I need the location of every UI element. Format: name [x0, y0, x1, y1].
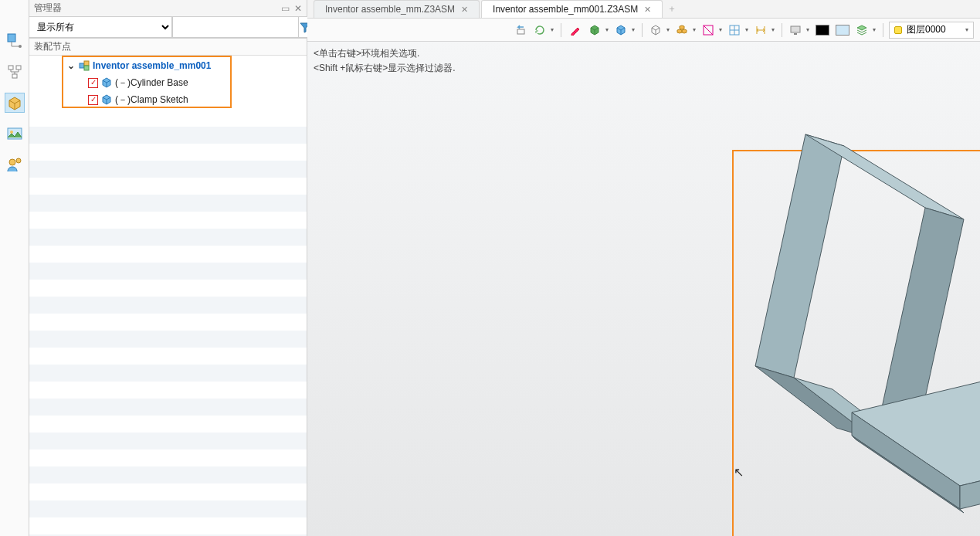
tab-label: Inventor assemble_mm.Z3ASM [325, 4, 455, 15]
svg-rect-9 [80, 63, 84, 68]
tab-inventor-assemble-mm[interactable]: Inventor assemble_mm.Z3ASM ✕ [314, 0, 480, 18]
svg-rect-16 [794, 33, 797, 35]
svg-point-1 [19, 45, 22, 48]
tree-root-label: Inventor assemble_mm001 [93, 60, 211, 71]
tab-add-button[interactable]: ＋ [664, 0, 680, 18]
svg-rect-15 [791, 26, 800, 32]
display-filter-select[interactable]: 显示所有 [29, 17, 172, 38]
section-view-icon[interactable] [700, 22, 724, 39]
part-icon [101, 94, 112, 105]
filter-row: 显示所有 [29, 17, 307, 39]
dimension-icon[interactable] [753, 22, 776, 39]
svg-marker-17 [755, 134, 844, 378]
tree-empty-area [29, 110, 307, 536]
panel-close-icon[interactable]: ✕ [294, 3, 302, 14]
svg-rect-3 [16, 66, 21, 70]
viewport-3d[interactable]: <单击右键>环境相关选项. <Shift +鼠标右键>显示选择过滤器. [307, 42, 980, 536]
viewport-hint: <单击右键>环境相关选项. <Shift +鼠标右键>显示选择过滤器. [314, 46, 456, 76]
tree-item-label: (－)Clamp Sketch [115, 93, 188, 107]
model-render: Z X [639, 119, 980, 536]
main-area: Inventor assemble_mm.Z3ASM ✕ Inventor as… [307, 0, 980, 536]
monitor-icon[interactable] [788, 22, 811, 39]
svg-point-8 [16, 158, 21, 163]
assembly-icon [79, 60, 90, 71]
section-header: 装配节点 [29, 39, 307, 56]
assembly-tree: ⌄ Inventor assemble_mm001 ✓ (－)Cylinder … [29, 56, 307, 110]
panel-min-icon[interactable]: ▭ [281, 3, 290, 14]
expand-icon[interactable]: ⌄ [66, 60, 76, 71]
tree-root[interactable]: ⌄ Inventor assemble_mm001 [29, 57, 307, 74]
undo-view-icon[interactable] [512, 22, 529, 39]
tree-item-label: (－)Cylinder Base [115, 76, 188, 90]
svg-rect-2 [8, 66, 13, 70]
separator [642, 23, 643, 37]
grid-icon[interactable] [727, 22, 750, 39]
separator [561, 23, 561, 37]
hierarchy-icon[interactable] [5, 62, 25, 82]
tree-item-clamp-sketch[interactable]: ✓ (－)Clamp Sketch [29, 91, 307, 108]
document-tabs: Inventor assemble_mm.Z3ASM ✕ Inventor as… [307, 0, 980, 19]
regen-icon[interactable] [532, 22, 555, 39]
tab-close-icon[interactable]: ✕ [461, 5, 468, 15]
svg-rect-11 [84, 66, 89, 70]
side-icon-bar [0, 0, 29, 536]
image-icon[interactable] [5, 124, 25, 144]
package-icon[interactable] [5, 93, 25, 113]
separator [782, 23, 782, 37]
assembly-tree-icon[interactable] [5, 31, 25, 51]
svg-point-7 [9, 159, 15, 165]
edit-icon[interactable] [567, 22, 584, 39]
shaded-cube-icon[interactable] [613, 22, 636, 39]
layers-icon[interactable] [854, 22, 877, 39]
users-icon[interactable] [5, 154, 25, 175]
honeycomb-icon[interactable] [674, 22, 697, 39]
svg-rect-0 [8, 34, 15, 42]
filter-input[interactable] [172, 17, 299, 38]
checkbox-icon[interactable]: ✓ [88, 95, 98, 105]
wireframe-cube-icon[interactable] [648, 22, 671, 39]
svg-rect-4 [12, 74, 17, 78]
layer-lightbulb-icon [894, 26, 902, 34]
tab-close-icon[interactable]: ✕ [644, 5, 651, 15]
tab-inventor-assemble-mm001[interactable]: Inventor assemble_mm001.Z3ASM ✕ [481, 0, 663, 18]
tree-item-cylinder-base[interactable]: ✓ (－)Cylinder Base [29, 74, 307, 91]
manager-panel: 管理器 ▭ ✕ 显示所有 装配节点 ⌄ Inventor assemble_mm… [29, 0, 307, 536]
tab-label: Inventor assemble_mm001.Z3ASM [493, 4, 638, 15]
layer-label: 图层0000 [907, 23, 946, 36]
panel-title: 管理器 [34, 2, 62, 15]
panel-header: 管理器 ▭ ✕ [29, 0, 307, 17]
svg-rect-12 [517, 29, 524, 34]
svg-rect-10 [84, 61, 89, 66]
color-black-swatch[interactable] [814, 22, 831, 39]
view-toolbar: 图层0000 [307, 19, 980, 42]
color-blue-swatch[interactable] [834, 22, 851, 39]
solid-cube-icon[interactable] [587, 22, 610, 39]
part-icon [101, 77, 112, 88]
layer-selector[interactable]: 图层0000 [889, 22, 974, 39]
cursor-icon: ↖ [734, 465, 744, 480]
checkbox-icon[interactable]: ✓ [88, 78, 98, 88]
separator [883, 23, 883, 37]
